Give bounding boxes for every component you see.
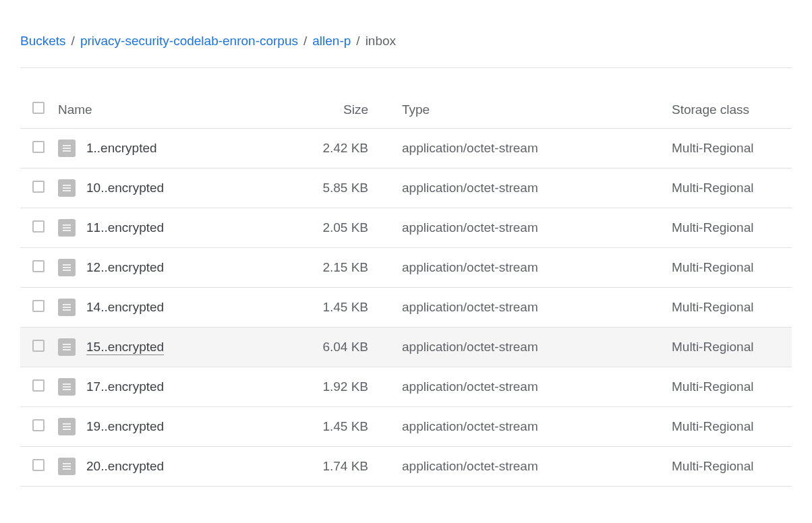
row-checkbox-cell xyxy=(20,328,51,367)
file-icon xyxy=(58,378,76,396)
row-checkbox-cell xyxy=(20,407,51,447)
row-type: application/octet-stream xyxy=(395,367,665,407)
row-size: 1.74 KB xyxy=(294,447,395,487)
row-checkbox[interactable] xyxy=(32,419,45,431)
row-size: 1.45 KB xyxy=(294,407,395,447)
file-name-link[interactable]: 1..encrypted xyxy=(86,141,157,156)
file-name-link[interactable]: 12..encrypted xyxy=(86,260,164,275)
row-storage-class: Multi-Regional xyxy=(665,129,792,168)
row-name-cell: 20..encrypted xyxy=(51,447,294,487)
header-size[interactable]: Size xyxy=(294,91,395,129)
table-row: 11..encrypted2.05 KBapplication/octet-st… xyxy=(20,208,792,248)
row-size: 6.04 KB xyxy=(294,328,395,367)
file-name-link[interactable]: 17..encrypted xyxy=(86,379,164,394)
file-icon xyxy=(58,338,76,356)
row-storage-class: Multi-Regional xyxy=(665,407,792,447)
table-row: 1..encrypted2.42 KBapplication/octet-str… xyxy=(20,129,792,168)
breadcrumb-separator: / xyxy=(356,34,359,49)
row-storage-class: Multi-Regional xyxy=(665,367,792,407)
breadcrumb-link[interactable]: Buckets xyxy=(20,34,66,49)
row-storage-class: Multi-Regional xyxy=(665,248,792,288)
row-checkbox[interactable] xyxy=(32,300,45,312)
table-row: 20..encrypted1.74 KBapplication/octet-st… xyxy=(20,447,792,487)
file-icon xyxy=(58,259,76,276)
breadcrumb-link[interactable]: allen-p xyxy=(312,34,351,49)
row-name-cell: 12..encrypted xyxy=(51,248,294,288)
row-size: 2.42 KB xyxy=(294,129,395,168)
select-all-checkbox[interactable] xyxy=(32,102,45,114)
row-checkbox-cell xyxy=(20,129,51,168)
row-type: application/octet-stream xyxy=(395,407,665,447)
row-name-cell: 17..encrypted xyxy=(51,367,294,407)
row-checkbox-cell xyxy=(20,288,51,328)
row-size: 2.05 KB xyxy=(294,208,395,248)
file-name-link[interactable]: 19..encrypted xyxy=(86,419,164,434)
breadcrumb-link[interactable]: privacy-security-codelab-enron-corpus xyxy=(80,34,298,49)
row-checkbox[interactable] xyxy=(32,260,45,272)
file-icon xyxy=(58,219,76,237)
row-size: 1.92 KB xyxy=(294,367,395,407)
row-type: application/octet-stream xyxy=(395,168,665,208)
table-row: 14..encrypted1.45 KBapplication/octet-st… xyxy=(20,288,792,328)
row-storage-class: Multi-Regional xyxy=(665,208,792,248)
row-size: 2.15 KB xyxy=(294,248,395,288)
file-icon xyxy=(58,458,76,475)
header-storage-class[interactable]: Storage class xyxy=(665,91,792,129)
row-size: 5.85 KB xyxy=(294,168,395,208)
breadcrumb-current: inbox xyxy=(366,34,396,49)
row-type: application/octet-stream xyxy=(395,328,665,367)
row-storage-class: Multi-Regional xyxy=(665,288,792,328)
header-name[interactable]: Name xyxy=(51,91,294,129)
file-name-link[interactable]: 20..encrypted xyxy=(86,459,164,474)
file-name-link[interactable]: 14..encrypted xyxy=(86,300,164,315)
file-icon xyxy=(58,179,76,197)
breadcrumb: Buckets/privacy-security-codelab-enron-c… xyxy=(20,34,792,68)
row-name-cell: 15..encrypted xyxy=(51,328,294,367)
table-row: 10..encrypted5.85 KBapplication/octet-st… xyxy=(20,168,792,208)
header-checkbox-cell xyxy=(20,91,51,129)
row-checkbox-cell xyxy=(20,248,51,288)
row-checkbox[interactable] xyxy=(32,340,45,352)
table-row: 17..encrypted1.92 KBapplication/octet-st… xyxy=(20,367,792,407)
row-checkbox[interactable] xyxy=(32,141,45,153)
file-icon xyxy=(58,140,76,157)
row-name-cell: 1..encrypted xyxy=(51,129,294,168)
table-row: 15..encrypted6.04 KBapplication/octet-st… xyxy=(20,328,792,367)
row-type: application/octet-stream xyxy=(395,248,665,288)
row-checkbox[interactable] xyxy=(32,181,45,193)
row-type: application/octet-stream xyxy=(395,288,665,328)
file-name-link[interactable]: 11..encrypted xyxy=(86,220,164,235)
header-type[interactable]: Type xyxy=(395,91,665,129)
row-type: application/octet-stream xyxy=(395,208,665,248)
row-checkbox-cell xyxy=(20,447,51,487)
file-icon xyxy=(58,299,76,316)
file-name-link[interactable]: 15..encrypted xyxy=(86,340,164,355)
row-type: application/octet-stream xyxy=(395,447,665,487)
row-storage-class: Multi-Regional xyxy=(665,447,792,487)
row-storage-class: Multi-Regional xyxy=(665,168,792,208)
row-storage-class: Multi-Regional xyxy=(665,328,792,367)
file-table-wrap: Name Size Type Storage class 1..encrypte… xyxy=(20,91,792,487)
row-name-cell: 11..encrypted xyxy=(51,208,294,248)
row-checkbox-cell xyxy=(20,168,51,208)
row-name-cell: 19..encrypted xyxy=(51,407,294,447)
row-checkbox[interactable] xyxy=(32,220,45,233)
file-name-link[interactable]: 10..encrypted xyxy=(86,181,164,195)
table-row: 19..encrypted1.45 KBapplication/octet-st… xyxy=(20,407,792,447)
row-checkbox-cell xyxy=(20,208,51,248)
file-table: Name Size Type Storage class 1..encrypte… xyxy=(20,91,792,487)
row-type: application/octet-stream xyxy=(395,129,665,168)
row-checkbox[interactable] xyxy=(32,379,45,392)
row-name-cell: 10..encrypted xyxy=(51,168,294,208)
row-checkbox[interactable] xyxy=(32,459,45,471)
row-checkbox-cell xyxy=(20,367,51,407)
row-size: 1.45 KB xyxy=(294,288,395,328)
row-name-cell: 14..encrypted xyxy=(51,288,294,328)
breadcrumb-separator: / xyxy=(71,34,75,49)
breadcrumb-separator: / xyxy=(303,34,307,49)
file-icon xyxy=(58,418,76,435)
table-row: 12..encrypted2.15 KBapplication/octet-st… xyxy=(20,248,792,288)
